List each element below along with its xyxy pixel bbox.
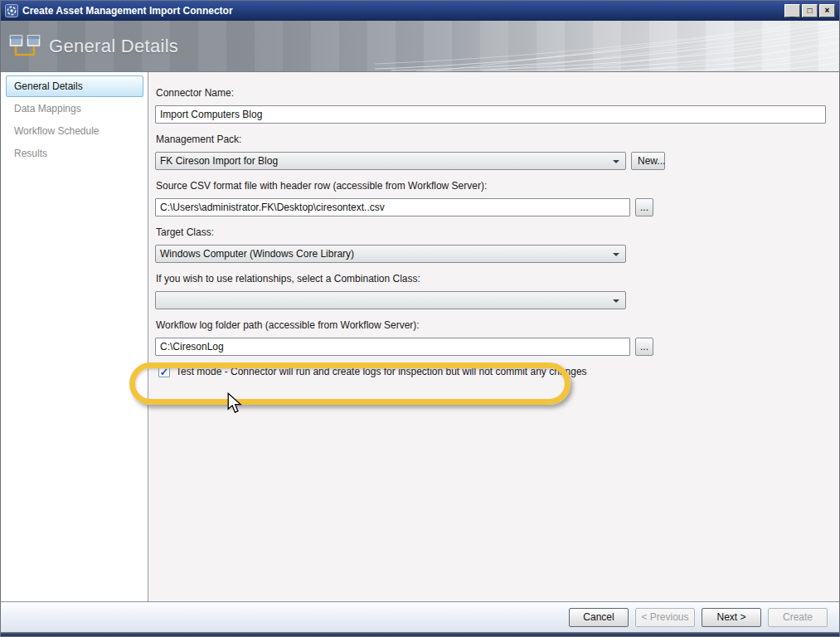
previous-button: < Previous <box>635 608 695 627</box>
new-management-pack-button[interactable]: New... <box>631 152 665 170</box>
page-header: General Details <box>1 21 839 72</box>
connector-name-input[interactable] <box>155 105 826 124</box>
app-icon <box>5 4 18 17</box>
page-title: General Details <box>49 36 178 57</box>
management-pack-value: FK Cireson Import for Blog <box>160 155 278 167</box>
dropdown-arrow-icon <box>613 299 619 303</box>
management-pack-dropdown[interactable]: FK Cireson Import for Blog <box>155 152 626 170</box>
wizard-window: Create Asset Management Import Connector… <box>0 0 840 637</box>
test-mode-label: Test mode - Connector will run and creat… <box>176 366 587 377</box>
target-class-value: Windows Computer (Windows Core Library) <box>160 248 354 260</box>
wizard-steps-sidebar: General Details Data Mappings Workflow S… <box>1 72 148 601</box>
combination-class-label: If you wish to use relationships, select… <box>156 273 826 285</box>
checkmark-icon: ✓ <box>160 367 169 377</box>
browse-csv-button[interactable]: ... <box>635 198 653 216</box>
dropdown-arrow-icon <box>613 253 619 256</box>
sidebar-item-workflow-schedule[interactable]: Workflow Schedule <box>6 120 143 142</box>
management-pack-label: Management Pack: <box>156 134 826 146</box>
title-bar: Create Asset Management Import Connector… <box>1 1 839 21</box>
sidebar-item-general-details[interactable]: General Details <box>6 75 143 97</box>
close-button[interactable]: × <box>819 4 835 17</box>
window-title: Create Asset Management Import Connector <box>22 5 780 17</box>
wizard-body: General Details Data Mappings Workflow S… <box>1 72 839 601</box>
minimize-icon: _ <box>790 9 795 17</box>
create-button: Create <box>768 608 828 627</box>
connector-icon <box>9 34 41 59</box>
maximize-icon: □ <box>807 7 812 15</box>
wizard-footer: Cancel < Previous Next > Create <box>1 601 839 632</box>
log-folder-input[interactable] <box>155 338 630 356</box>
maximize-button[interactable]: □ <box>802 4 818 17</box>
target-class-label: Target Class: <box>156 226 826 239</box>
window-bottom-edge <box>1 632 839 637</box>
dropdown-arrow-icon <box>613 160 619 163</box>
form-panel: Connector Name: Management Pack: FK Cire… <box>148 72 839 601</box>
next-button[interactable]: Next > <box>702 608 761 627</box>
source-csv-label: Source CSV format file with header row (… <box>156 180 826 192</box>
sidebar-item-results[interactable]: Results <box>6 143 143 164</box>
source-csv-input[interactable] <box>155 198 630 216</box>
minimize-button[interactable]: _ <box>784 4 800 17</box>
header-swoosh-decoration <box>375 21 839 72</box>
test-mode-checkbox[interactable]: ✓ <box>158 366 170 377</box>
cancel-button[interactable]: Cancel <box>569 608 629 627</box>
combination-class-dropdown[interactable] <box>155 291 626 309</box>
sidebar-item-data-mappings[interactable]: Data Mappings <box>6 98 143 119</box>
browse-log-folder-button[interactable]: ... <box>635 338 653 356</box>
target-class-dropdown[interactable]: Windows Computer (Windows Core Library) <box>155 245 626 263</box>
close-icon: × <box>825 7 830 15</box>
log-folder-label: Workflow log folder path (accessible fro… <box>156 319 826 332</box>
connector-name-label: Connector Name: <box>156 87 826 100</box>
